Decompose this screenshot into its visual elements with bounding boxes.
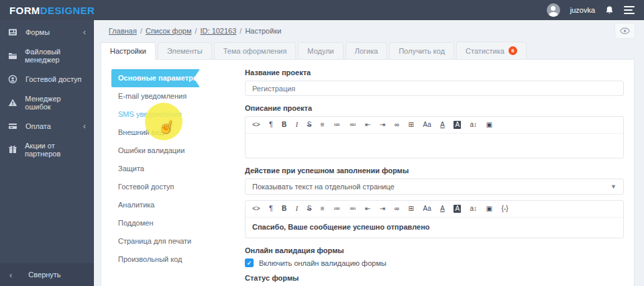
header-actions: juzovka [547,3,635,17]
tab-label: Логика [355,47,378,55]
settings-menu-item-custom-code[interactable]: Произвольный код [101,250,239,269]
description-editor-toolbar: <>¶BIS≡≔≕⇤⇥∞⊞AaAAa↕▣ [246,117,623,134]
collapse-label: Свернуть [28,271,60,279]
image-icon[interactable]: ▣ [486,121,492,129]
checkbox-checked-icon[interactable]: ✓ [245,258,254,267]
breadcrumb-item[interactable]: Список форм [146,27,192,35]
table-icon[interactable]: ⊞ [409,205,414,213]
success-message-editor-body[interactable]: Спасибо, Ваше сообщение успешно отправле… [246,218,623,238]
paragraph-format-icon[interactable]: ¶ [269,121,272,129]
ordered-list-icon[interactable]: ≔ [333,121,340,129]
font-size-icon[interactable]: a↕ [470,121,478,129]
settings-form: Название проекта Описание проекта <>¶BIS… [239,60,634,286]
tab-elements[interactable]: Элементы [158,42,212,59]
notifications-bell-icon[interactable] [605,5,614,15]
tab-theme[interactable]: Тема оформления [214,42,297,59]
italic-icon[interactable]: I [296,205,298,213]
sidebar-collapse-button[interactable]: ‹ Свернуть [0,263,94,286]
success-action-select[interactable]: Показывать текст на отдельной странице ▼ [245,179,624,195]
sidebar-item-payment[interactable]: Оплата‹ [0,114,94,138]
outdent-icon[interactable]: ⇤ [365,121,370,129]
link-icon[interactable]: ∞ [394,205,399,213]
sidebar-item-label: Файловый менеджер [25,48,86,64]
tab-settings[interactable]: Настройки [101,42,156,60]
preview-eye-button[interactable] [614,23,635,39]
error-manager-icon [8,98,17,107]
online-validation-checkbox-row[interactable]: ✓ Включить онлайн валидацию формы [245,258,624,267]
unordered-list-icon[interactable]: ≕ [350,121,356,129]
description-editor-body[interactable] [246,134,623,158]
variables-icon[interactable]: {-} [502,205,508,213]
breadcrumb-item[interactable]: ID: 102163 [201,27,237,35]
breadcrumb-item[interactable]: Главная [109,27,137,35]
ordered-list-icon[interactable]: ≔ [333,205,340,213]
italic-icon[interactable]: I [296,121,298,129]
sidebar-item-label: Оплата [25,122,51,130]
link-icon[interactable]: ∞ [394,121,399,129]
code-view-icon[interactable]: <> [252,205,260,213]
online-validation-checkbox-label: Включить онлайн валидацию формы [259,259,386,267]
logo-text-designer: DESIGNER [40,5,95,16]
sidebar-item-error-manager[interactable]: Менеджер ошибок [0,91,94,114]
success-action-label: Действие при успешном заполнении формы [245,166,624,175]
project-name-input[interactable] [245,81,624,96]
file-manager-icon [8,51,17,60]
project-description-label: Описание проекта [245,104,624,112]
tab-statistics[interactable]: Статистика6 [456,42,527,59]
bold-icon[interactable]: B [282,121,286,129]
sidebar-item-forms[interactable]: Формы‹ [0,20,94,44]
indent-icon[interactable]: ⇥ [380,205,385,213]
image-icon[interactable]: ▣ [486,205,492,213]
app-logo[interactable]: FORMDESIGNER [9,5,95,16]
font-family-icon[interactable]: Aa [423,205,431,213]
success-action-selected: Показывать текст на отдельной странице [252,183,394,191]
settings-menu-item-print-page[interactable]: Страница для печати [101,232,239,250]
tab-get-code[interactable]: Получить код [389,42,454,59]
chevron-down-icon: ▼ [610,183,616,190]
settings-card: Основные параметрыE-mail уведомленияSMS … [101,59,635,286]
tab-label: Тема оформления [223,47,287,55]
avatar[interactable] [547,3,560,17]
text-color-icon[interactable]: A [440,121,445,129]
strikethrough-icon[interactable]: S [307,121,312,129]
outdent-icon[interactable]: ⇤ [365,205,370,213]
sidebar-item-guest-access[interactable]: Гостевой доступ [0,67,94,91]
description-editor: <>¶BIS≡≔≕⇤⇥∞⊞AaAAa↕▣ [245,116,624,158]
code-view-icon[interactable]: <> [252,121,260,129]
eye-icon [620,26,630,36]
breadcrumb-separator: / [239,27,241,35]
sidebar-item-partner-promos[interactable]: Акции от партнеров [0,138,94,161]
settings-menu-item-protection[interactable]: Защита [101,160,239,178]
indent-icon[interactable]: ⇥ [380,121,385,129]
background-color-icon[interactable]: A [453,205,461,213]
align-icon[interactable]: ≡ [321,205,325,213]
settings-menu-item-validation-errors[interactable]: Ошибки валидации [101,142,239,160]
settings-menu-item-subdomain[interactable]: Поддомен [101,214,239,232]
table-icon[interactable]: ⊞ [409,121,414,129]
align-icon[interactable]: ≡ [321,121,325,129]
tab-logic[interactable]: Логика [345,42,388,59]
username[interactable]: juzovka [570,6,595,14]
settings-menu-item-guest-access[interactable]: Гостевой доступ [101,178,239,196]
breadcrumb: Главная/Список форм/ID: 102163/Настройки [109,27,281,35]
menu-hamburger-icon[interactable] [624,5,635,15]
text-color-icon[interactable]: A [440,205,445,213]
settings-menu-item-main-params[interactable]: Основные параметры [111,69,200,87]
paragraph-format-icon[interactable]: ¶ [269,205,272,213]
font-family-icon[interactable]: Aa [423,121,431,129]
top-header: FORMDESIGNER juzovka [0,0,644,20]
strikethrough-icon[interactable]: S [307,205,312,213]
tab-modules[interactable]: Модули [298,42,343,59]
settings-menu-item-analytics[interactable]: Аналитика [101,196,239,214]
sidebar-item-label: Акции от партнеров [25,142,86,158]
unordered-list-icon[interactable]: ≕ [350,205,356,213]
bold-icon[interactable]: B [282,205,286,213]
sidebar-item-file-manager[interactable]: Файловый менеджер [0,44,94,67]
breadcrumb-item: Настройки [245,27,281,35]
background-color-icon[interactable]: A [453,121,461,129]
chevron-left-icon: ‹ [83,122,86,130]
settings-menu-item-email-notifications[interactable]: E-mail уведомления [101,87,239,105]
sidebar-item-label: Формы [25,28,50,36]
font-size-icon[interactable]: a↕ [470,205,478,213]
tab-bar: НастройкиЭлементыТема оформленияМодулиЛо… [94,41,644,59]
